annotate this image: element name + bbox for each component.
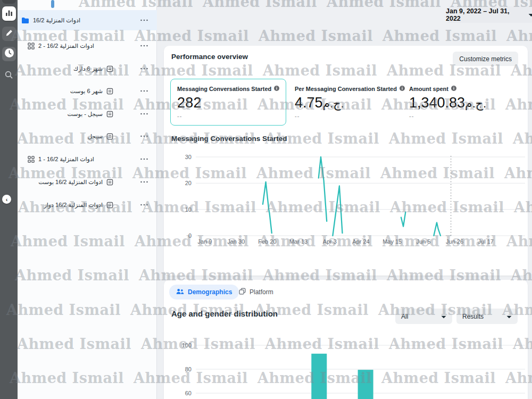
search-icon[interactable] [4, 70, 14, 82]
sidebar-item-2[interactable]: ادوات المنزلية 16/2 - 2 [18, 36, 157, 56]
main-content: Jan 9, 2022 – Jul 31, 2022 Performance o… [157, 0, 532, 399]
sidebar-item-label: شهر 6 دارك [73, 65, 103, 72]
more-options-icon[interactable] [140, 68, 148, 70]
sidebar-item-label: ادوات المنزلية 16/2 - 1 [38, 156, 94, 163]
svg-text:Apr 3: Apr 3 [323, 238, 337, 245]
svg-text:Jan 9: Jan 9 [198, 238, 212, 245]
more-options-icon[interactable] [140, 19, 148, 21]
clock-icon [4, 48, 14, 60]
svg-text:Jan 30: Jan 30 [227, 238, 245, 245]
metric-card-3[interactable]: Amount spent1,340.83ج.م.-- [402, 79, 526, 126]
history-nav-button[interactable] [2, 47, 16, 61]
metric-label: Per Messaging Conversation Started [295, 86, 397, 92]
sidebar-item-8[interactable]: ادوات المنزلية 16/2 بوست [18, 172, 157, 192]
gender-filter-value: All [401, 313, 408, 320]
people-icon [176, 288, 184, 296]
svg-text:Jun 26: Jun 26 [446, 238, 463, 245]
svg-text:100: 100 [182, 342, 192, 348]
sidebar-item-1[interactable]: ادوات المنزلية 16/2 [18, 10, 157, 30]
metric-value: 4.75ج.م. [295, 95, 395, 111]
sidebar-item-3[interactable]: شهر 6 دارك [18, 59, 157, 79]
more-options-icon[interactable] [140, 204, 148, 206]
metric-card-2[interactable]: Per Messaging Conversation Started4.75ج.… [288, 79, 402, 126]
sidebar-item-7[interactable]: ادوات المنزلية 16/2 - 1 [18, 149, 157, 169]
date-range-picker[interactable]: Jan 9, 2022 – Jul 31, 2022 [446, 6, 532, 23]
tab-platform[interactable]: Platform [232, 285, 280, 300]
age-gender-bar-chart: 1008060 [168, 334, 528, 399]
svg-text:20: 20 [185, 180, 192, 186]
sidebar-item-9[interactable]: ادوات المنزلية 16/2 دوار [18, 195, 157, 215]
metric-filter-value: Results [462, 313, 484, 320]
metric-card-1[interactable]: Messaging Conversations Started282-- [170, 79, 286, 126]
reports-nav-button[interactable] [2, 6, 16, 21]
sidebar-item-label: سيجل [88, 133, 103, 140]
collapse-chevron-icon[interactable]: ‹ [2, 195, 11, 204]
svg-text:May 15: May 15 [383, 238, 402, 245]
more-options-icon[interactable] [140, 45, 148, 47]
sidebar-item-label: سيجل - بوست [67, 111, 103, 118]
more-options-icon[interactable] [140, 113, 148, 115]
gender-filter-dropdown[interactable]: All [395, 309, 452, 324]
messaging-conversations-line-chart: 0102030Jan 9Jan 30Feb 20Mar 13Apr 3Apr 2… [168, 149, 528, 253]
tab-demographics[interactable]: Demographics [169, 285, 239, 300]
sidebar-item-label: شهر 6 بوست [70, 88, 103, 95]
page-icon [106, 65, 113, 72]
page-icon [106, 202, 113, 209]
metric-label: Messaging Conversations Started [177, 86, 271, 92]
svg-text:60: 60 [185, 390, 192, 396]
sidebar-item-5[interactable]: سيجل - بوست [18, 104, 157, 124]
more-options-icon[interactable] [140, 158, 148, 160]
svg-text:Apr 24: Apr 24 [352, 238, 369, 245]
page-icon [106, 88, 113, 95]
svg-text:Mar 13: Mar 13 [289, 238, 307, 245]
svg-text:Feb 20: Feb 20 [258, 238, 276, 245]
edit-nav-button[interactable] [2, 27, 16, 41]
chevron-down-icon [528, 11, 532, 19]
info-icon[interactable] [451, 86, 456, 92]
tab-demographics-label: Demographics [188, 288, 232, 296]
svg-text:30: 30 [185, 154, 192, 160]
card-title: Performance overview [171, 53, 248, 61]
cut-off-rail-button[interactable] [2, 0, 16, 4]
campaign-tree-sidebar: ادوات المنزلية 16/2ادوات المنزلية 16/2 -… [18, 0, 157, 399]
svg-text:0: 0 [188, 232, 192, 239]
ads-reporting-app: ‹ ادوات المنزلية 16/2ادوات المنزلية 16/2… [0, 0, 532, 399]
currency-suffix: ج.م. [323, 97, 344, 110]
bar-chart-icon [5, 9, 13, 19]
sidebar-item-6[interactable]: سيجل [18, 126, 157, 146]
grid-icon [28, 156, 35, 163]
svg-text:80: 80 [185, 366, 192, 372]
more-options-icon[interactable] [140, 181, 148, 183]
chevron-down-icon [506, 313, 512, 320]
customize-metrics-button[interactable]: Customize metrics [453, 52, 518, 66]
svg-text:10: 10 [185, 206, 192, 213]
page-icon [106, 133, 113, 140]
line-chart-title: Messaging Conversations Started [171, 135, 287, 143]
metric-label: Amount spent [409, 86, 448, 92]
metric-subvalue: -- [295, 113, 395, 119]
sidebar-item-label: ادوات المنزلية 16/2 [33, 17, 80, 24]
performance-overview-card: Performance overview Customize metrics M… [164, 46, 528, 276]
metric-value: 282 [177, 95, 279, 111]
more-options-icon[interactable] [140, 90, 148, 92]
page-icon [106, 179, 113, 186]
currency-suffix: ج.م. [465, 97, 486, 110]
chevron-down-icon [441, 313, 446, 320]
scroll-indicator [51, 0, 54, 8]
grid-icon [28, 43, 35, 49]
overlapping-squares-icon [239, 288, 246, 296]
page-icon [106, 111, 113, 118]
metric-subvalue: -- [177, 113, 279, 119]
sidebar-item-label: ادوات المنزلية 16/2 دوار [44, 202, 103, 209]
sidebar-item-4[interactable]: شهر 6 بوست [18, 81, 157, 101]
sidebar-item-label: ادوات المنزلية 16/2 - 2 [38, 43, 94, 49]
metric-value: 1,340.83ج.م. [409, 95, 519, 111]
sidebar-item-label: ادوات المنزلية 16/2 بوست [38, 179, 103, 186]
pencil-icon [5, 29, 13, 39]
tab-platform-label: Platform [250, 288, 273, 296]
metric-filter-dropdown[interactable]: Results [456, 309, 518, 324]
left-rail: ‹ [0, 0, 18, 399]
date-range-label: Jan 9, 2022 – Jul 31, 2022 [446, 7, 523, 22]
info-icon[interactable] [274, 86, 279, 92]
more-options-icon[interactable] [140, 135, 148, 137]
